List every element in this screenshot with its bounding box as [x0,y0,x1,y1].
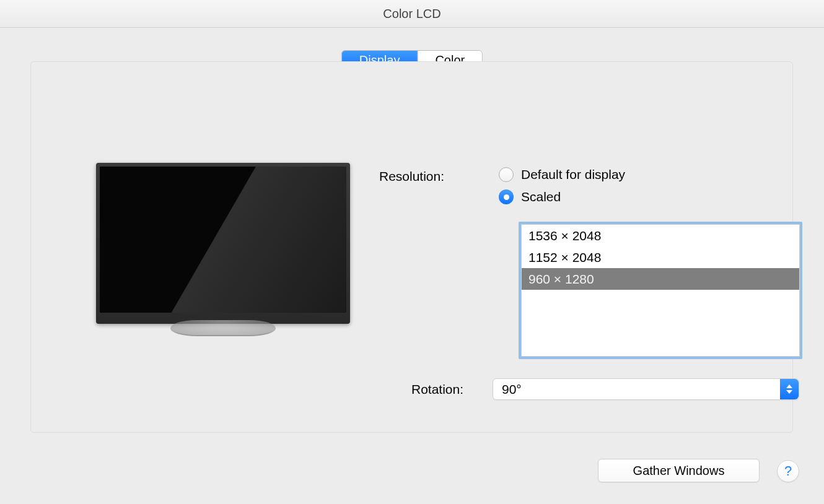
radio-label: Scaled [521,189,561,204]
resolution-option-2[interactable]: 960 × 1280 [522,268,799,290]
resolution-radio-group: Default for display Scaled [499,167,625,212]
resolution-option-1[interactable]: 1152 × 2048 [522,246,799,268]
rotation-select[interactable]: 90° [493,378,799,400]
help-button[interactable]: ? [777,460,799,482]
rotation-label: Rotation: [411,382,463,397]
resolution-list[interactable]: 1536 × 2048 1152 × 2048 960 × 1280 [519,222,802,359]
monitor-icon [96,163,350,336]
resolution-option-0[interactable]: 1536 × 2048 [522,225,799,246]
main-panel: Resolution: Default for display Scaled 1… [30,61,793,433]
rotation-value: 90° [493,382,780,397]
updown-stepper-icon [780,379,799,399]
radio-label: Default for display [521,167,625,182]
radio-icon [499,189,514,204]
radio-scaled[interactable]: Scaled [499,189,625,204]
resolution-label: Resolution: [379,169,444,184]
radio-icon [499,167,514,182]
radio-default-for-display[interactable]: Default for display [499,167,625,182]
window-title: Color LCD [0,0,824,28]
content: Display Color Resolution: Default for di… [0,28,824,504]
gather-windows-button[interactable]: Gather Windows [598,459,760,482]
